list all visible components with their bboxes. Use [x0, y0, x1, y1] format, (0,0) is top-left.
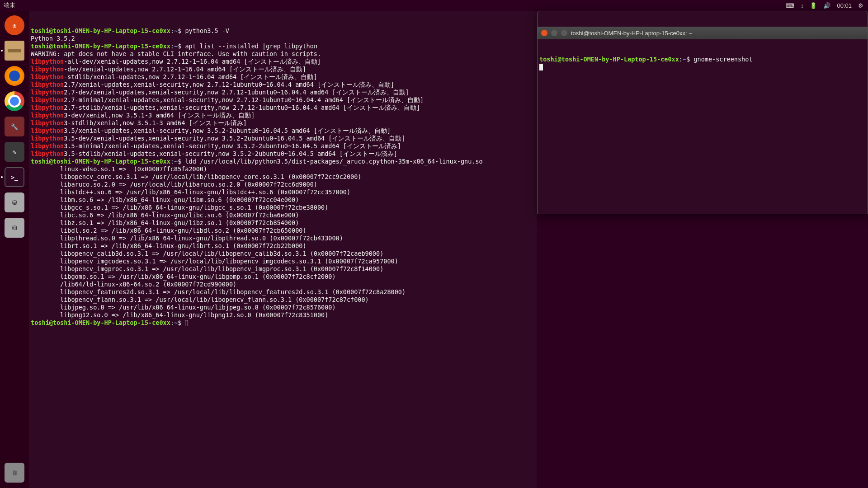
terminal-2-title: toshi@toshi-OMEN-by-HP-Laptop-15-ce0xx: …	[571, 29, 692, 37]
terminal-line: linux-vdso.so.1 => (0x00007ffc85fa2000)	[31, 165, 535, 173]
settings-icon[interactable]: 🔧	[3, 115, 26, 138]
terminal-line: libpython3.5-minimal/xenial-updates,xeni…	[31, 142, 535, 150]
unity-launcher[interactable]: ◎ 🔧 ✎ >_ ⛁ ⛁ 🗑	[0, 11, 29, 488]
terminal-line: libopencv_imgproc.so.3.1 => /usr/local/l…	[31, 265, 535, 273]
terminal-line: libpython3.5-dev/xenial-updates,xenial-s…	[31, 135, 535, 142]
terminal-line: libpython-all-dev/xenial-updates,now 2.7…	[31, 58, 535, 66]
terminal-line: libpython2.7-stdlib/xenial-updates,xenia…	[31, 104, 535, 112]
system-gear-icon[interactable]: ⚙	[858, 2, 863, 9]
terminal-line: libpng12.so.0 => /lib/x86_64-linux-gnu/l…	[31, 311, 535, 319]
terminal-line: libpython3-stdlib/xenial,now 3.5.1-3 amd…	[31, 119, 535, 127]
close-icon[interactable]	[541, 30, 547, 36]
terminal-line: libm.so.6 => /lib/x86_64-linux-gnu/libm.…	[31, 196, 535, 204]
terminal-line: libopencv_core.so.3.1 => /usr/local/lib/…	[31, 173, 535, 181]
cursor-icon	[539, 64, 543, 70]
terminal-line: libaruco.so.2.0 => /usr/local/lib/libaru…	[31, 181, 535, 188]
chrome-icon[interactable]	[3, 89, 26, 113]
dash-icon[interactable]: ◎	[3, 14, 26, 37]
terminal-line: libopencv_imgcodecs.so.3.1 => /usr/local…	[31, 258, 535, 265]
terminal-1-body[interactable]: toshi@toshi-OMEN-by-HP-Laptop-15-ce0xx:~…	[29, 26, 537, 328]
terminal-line: libpython2.7/xenial-updates,xenial-secur…	[31, 81, 535, 89]
terminal-window-2[interactable]: toshi@toshi-OMEN-by-HP-Laptop-15-ce0xx: …	[537, 11, 868, 214]
cursor-icon	[185, 320, 188, 326]
terminal-line: libopencv_flann.so.3.1 => /usr/local/lib…	[31, 296, 535, 304]
minimize-icon[interactable]	[551, 30, 557, 36]
terminal-icon[interactable]: >_	[3, 165, 26, 189]
terminal-line: libdl.so.2 => /lib/x86_64-linux-gnu/libd…	[31, 227, 535, 235]
terminal-window-1[interactable]: toshi@toshi-OMEN-by-HP-Laptop-15-ce0xx:~…	[29, 11, 537, 488]
terminal-line: toshi@toshi-OMEN-by-HP-Laptop-15-ce0xx:~…	[31, 158, 535, 165]
terminal-line: libpython3.5-stdlib/xenial-updates,xenia…	[31, 150, 535, 158]
disk-icon-1[interactable]: ⛁	[3, 191, 26, 214]
maximize-icon[interactable]	[561, 30, 567, 36]
terminal-line: libpython-stdlib/xenial-updates,now 2.7.…	[31, 73, 535, 81]
terminal-line: libpython3.5/xenial-updates,xenial-secur…	[31, 127, 535, 135]
terminal-line	[539, 63, 866, 71]
firefox-icon[interactable]	[3, 64, 26, 88]
text-editor-icon[interactable]: ✎	[3, 140, 26, 164]
terminal-line: libgomp.so.1 => /usr/lib/x86_64-linux-gn…	[31, 273, 535, 281]
trash-icon[interactable]: 🗑	[3, 461, 26, 484]
terminal-line: WARNING: apt does not have a stable CLI …	[31, 50, 535, 58]
terminal-line: toshi@toshi-OMEN-by-HP-Laptop-15-ce0xx:~…	[539, 56, 866, 63]
terminal-line: toshi@toshi-OMEN-by-HP-Laptop-15-ce0xx:~…	[31, 319, 535, 327]
terminal-line: libpython2.7-dev/xenial-updates,xenial-s…	[31, 89, 535, 96]
terminal-line: libpython2.7-minimal/xenial-updates,xeni…	[31, 96, 535, 104]
terminal-line: /lib64/ld-linux-x86-64.so.2 (0x00007f72c…	[31, 281, 535, 288]
terminal-line: libopencv_calib3d.so.3.1 => /usr/local/l…	[31, 250, 535, 258]
battery-icon[interactable]: 🔋	[810, 2, 817, 9]
terminal-line: libopencv_features2d.so.3.1 => /usr/loca…	[31, 288, 535, 296]
terminal-line: libpython-dev/xenial-updates,now 2.7.12-…	[31, 66, 535, 73]
top-menubar[interactable]: 端末 ⌨ ↕ 🔋 🔊 00:01 ⚙	[0, 0, 868, 11]
terminal-line: libgcc_s.so.1 => /lib/x86_64-linux-gnu/l…	[31, 204, 535, 211]
terminal-line: libstdc++.so.6 => /usr/lib/x86_64-linux-…	[31, 188, 535, 196]
active-app-label: 端末	[0, 1, 15, 9]
network-icon[interactable]: ↕	[801, 2, 804, 9]
terminal-line: libpython3-dev/xenial,now 3.5.1-3 amd64 …	[31, 112, 535, 119]
terminal-line: libjpeg.so.8 => /usr/lib/x86_64-linux-gn…	[31, 304, 535, 311]
disk-icon-2[interactable]: ⛁	[3, 216, 26, 239]
sound-icon[interactable]: 🔊	[823, 2, 830, 9]
terminal-line: libpthread.so.0 => /lib/x86_64-linux-gnu…	[31, 235, 535, 242]
terminal-line: toshi@toshi-OMEN-by-HP-Laptop-15-ce0xx:~…	[31, 27, 535, 35]
terminal-2-body[interactable]: toshi@toshi-OMEN-by-HP-Laptop-15-ce0xx:~…	[538, 55, 868, 72]
terminal-line: libc.so.6 => /lib/x86_64-linux-gnu/libc.…	[31, 211, 535, 219]
keyboard-indicator-icon[interactable]: ⌨	[786, 2, 794, 9]
terminal-2-titlebar[interactable]: toshi@toshi-OMEN-by-HP-Laptop-15-ce0xx: …	[538, 27, 868, 39]
terminal-line: libz.so.1 => /lib/x86_64-linux-gnu/libz.…	[31, 219, 535, 227]
terminal-line: librt.so.1 => /lib/x86_64-linux-gnu/libr…	[31, 242, 535, 250]
terminal-line: Python 3.5.2	[31, 35, 535, 42]
files-icon[interactable]	[3, 39, 26, 62]
clock[interactable]: 00:01	[837, 2, 852, 9]
terminal-line: toshi@toshi-OMEN-by-HP-Laptop-15-ce0xx:~…	[31, 42, 535, 50]
